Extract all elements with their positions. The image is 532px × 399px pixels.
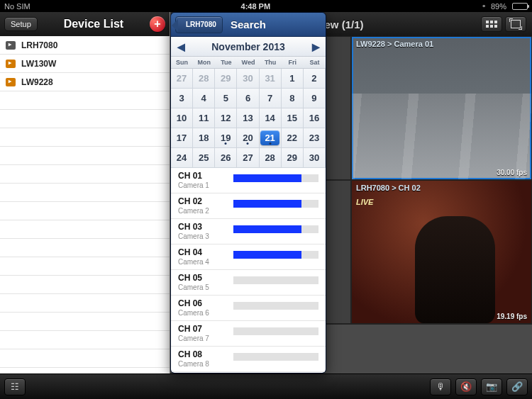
channel-camera: Camera 1 [178, 181, 318, 189]
tree-view-button[interactable]: ☷ [4, 378, 26, 395]
calendar-day: 27 [171, 69, 193, 89]
device-item[interactable]: LRH7080 [0, 36, 170, 55]
calendar-day[interactable]: 8 [282, 89, 304, 108]
camera-tile-4[interactable]: LRH7080 > CH 02 LIVE 19.19 fps [352, 181, 531, 323]
popover-header: LRH7080 Search [171, 13, 326, 37]
channel-row[interactable]: CH 03Camera 3 [171, 219, 326, 245]
channel-timeline[interactable] [233, 200, 318, 208]
channel-row[interactable]: CH 08Camera 8 [171, 347, 326, 372]
status-time: 4:48 PM [31, 2, 481, 11]
calendar-day[interactable]: 6 [237, 89, 259, 108]
channel-list[interactable]: CH 01Camera 1CH 02Camera 2CH 03Camera 3C… [171, 168, 326, 373]
battery-icon [509, 3, 528, 10]
device-name: LW9228 [21, 77, 53, 87]
bottom-toolbar: ☷ 🎙 🔇 📷 🔗 [0, 373, 532, 399]
calendar-day[interactable]: 11 [193, 108, 215, 128]
calendar-day[interactable]: 4 [193, 89, 215, 108]
sidebar-title: Device List [38, 18, 150, 30]
calendar-day[interactable]: 20 [237, 128, 259, 148]
device-item[interactable]: LW9228 [0, 73, 170, 91]
channel-timeline[interactable] [233, 251, 318, 259]
camera-fps: 30.00 fps [497, 169, 527, 176]
calendar-day[interactable]: 28 [260, 148, 282, 168]
device-sidebar: Setup Device List + LRH7080LW130WLW9228 [0, 12, 170, 373]
channel-timeline[interactable] [233, 225, 318, 233]
calendar-day[interactable]: 24 [171, 148, 193, 168]
layout-grid-button[interactable] [481, 16, 502, 32]
calendar-day[interactable]: 30 [304, 148, 326, 168]
setup-button[interactable]: Setup [4, 17, 38, 31]
calendar-day[interactable]: 16 [304, 108, 326, 128]
camera-label: LRH7080 > CH 02 [356, 184, 421, 192]
calendar-prev-button[interactable]: ◀ [171, 41, 191, 52]
channel-row[interactable]: CH 04Camera 4 [171, 245, 326, 270]
mute-button[interactable]: 🔇 [455, 378, 477, 395]
channel-timeline[interactable] [233, 353, 318, 361]
calendar-dow: Wed [237, 57, 259, 68]
calendar-day[interactable]: 17 [171, 128, 193, 148]
calendar-day: 31 [260, 69, 282, 89]
calendar-dow: Tue [215, 57, 237, 68]
calendar-day[interactable]: 23 [304, 128, 326, 148]
search-popover: LRH7080 Search ◀ November 2013 ▶ SunMonT… [170, 12, 326, 373]
calendar-day: 30 [237, 69, 259, 89]
bluetooth-icon: ⚬ [481, 2, 488, 11]
link-button[interactable]: 🔗 [506, 378, 528, 395]
channel-camera: Camera 6 [178, 309, 318, 317]
status-carrier: No SIM [4, 2, 31, 11]
calendar-dow: Mon [193, 57, 215, 68]
calendar-day[interactable]: 9 [304, 89, 326, 108]
popover-title: Search [171, 18, 326, 30]
channel-row[interactable]: CH 06Camera 6 [171, 296, 326, 321]
calendar-day[interactable]: 18 [193, 128, 215, 148]
calendar-day[interactable]: 25 [193, 148, 215, 168]
calendar-day[interactable]: 2 [304, 69, 326, 89]
battery-pct: 89% [491, 2, 506, 11]
calendar-day[interactable]: 15 [282, 108, 304, 128]
channel-timeline[interactable] [233, 174, 318, 182]
add-device-button[interactable]: + [150, 16, 165, 32]
device-icon [6, 78, 16, 86]
channel-camera: Camera 8 [178, 360, 318, 368]
channel-row[interactable]: CH 05Camera 5 [171, 270, 326, 296]
calendar-day[interactable]: 21 [260, 128, 282, 148]
calendar-day[interactable]: 1 [282, 69, 304, 89]
camera-label: LW9228 > Camera 01 [356, 40, 433, 48]
calendar-day[interactable]: 26 [215, 148, 237, 168]
calendar-day[interactable]: 12 [215, 108, 237, 128]
status-bar: No SIM 4:48 PM ⚬ 89% [0, 0, 532, 12]
calendar-day[interactable]: 29 [282, 148, 304, 168]
channel-row[interactable]: CH 07Camera 7 [171, 321, 326, 347]
calendar-day[interactable]: 3 [171, 89, 193, 108]
channel-camera: Camera 5 [178, 283, 318, 291]
snapshot-button[interactable]: 📷 [481, 378, 502, 395]
channel-camera: Camera 3 [178, 232, 318, 240]
channel-timeline[interactable] [233, 276, 318, 284]
channel-row[interactable]: CH 09Camera 9 [171, 372, 326, 373]
fullscreen-button[interactable] [505, 16, 526, 32]
calendar-day[interactable]: 19 [215, 128, 237, 148]
calendar-month-label: November 2013 [191, 41, 306, 52]
mic-button[interactable]: 🎙 [430, 378, 451, 395]
calendar-day[interactable]: 27 [237, 148, 259, 168]
calendar-next-button[interactable]: ▶ [306, 41, 326, 52]
channel-timeline[interactable] [233, 327, 318, 335]
calendar-day[interactable]: 22 [282, 128, 304, 148]
calendar-dow: Sat [304, 57, 326, 68]
calendar-day[interactable]: 7 [260, 89, 282, 108]
channel-row[interactable]: CH 01Camera 1 [171, 168, 326, 193]
calendar-day: 29 [215, 69, 237, 89]
calendar-day[interactable]: 13 [237, 108, 259, 128]
channel-camera: Camera 7 [178, 335, 318, 342]
calendar-dow: Sun [171, 57, 193, 68]
channel-row[interactable]: CH 02Camera 2 [171, 193, 326, 219]
calendar-dow: Fri [282, 57, 304, 68]
calendar-day[interactable]: 14 [260, 108, 282, 128]
calendar-day[interactable]: 10 [171, 108, 193, 128]
device-list: LRH7080LW130WLW9228 [0, 36, 170, 373]
device-item[interactable]: LW130W [0, 55, 170, 73]
calendar-day[interactable]: 5 [215, 89, 237, 108]
camera-tile-2[interactable]: LW9228 > Camera 01 30.00 fps [352, 37, 531, 179]
channel-timeline[interactable] [233, 302, 318, 310]
calendar-day: 28 [193, 69, 215, 89]
